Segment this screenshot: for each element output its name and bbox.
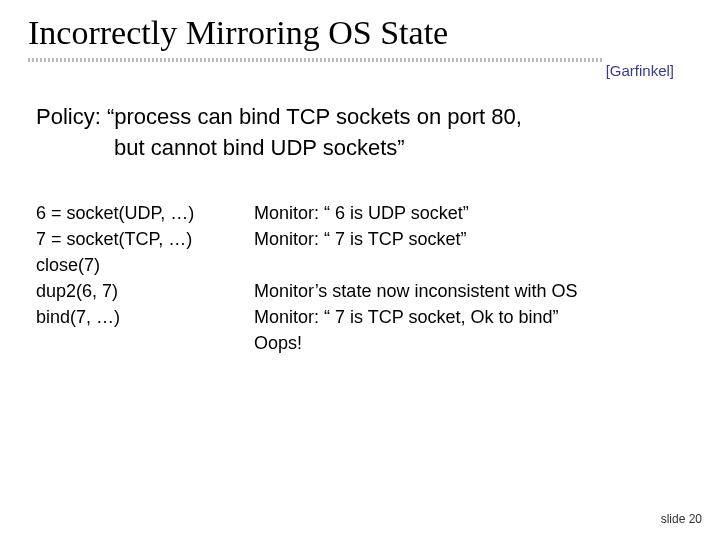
slide-title: Incorrectly Mirroring OS State — [28, 14, 448, 51]
code-line: 6 = socket(UDP, …) — [36, 200, 254, 226]
slide-number: slide 20 — [661, 512, 702, 526]
code-columns: 6 = socket(UDP, …) 7 = socket(TCP, …) cl… — [36, 200, 684, 357]
monitor-line: Oops! — [254, 330, 684, 356]
slide: Incorrectly Mirroring OS State [Garfinke… — [0, 0, 720, 540]
title-rule — [28, 58, 604, 62]
monitor-line: Monitor: “ 6 is UDP socket” — [254, 200, 684, 226]
code-column: 6 = socket(UDP, …) 7 = socket(TCP, …) cl… — [36, 200, 254, 357]
citation: [Garfinkel] — [606, 62, 674, 79]
policy-text: Policy: “process can bind TCP sockets on… — [36, 102, 522, 164]
policy-line-2: but cannot bind UDP sockets” — [36, 133, 522, 164]
code-line: dup2(6, 7) — [36, 278, 254, 304]
blank-line — [254, 252, 684, 278]
monitor-line: Monitor: “ 7 is TCP socket, Ok to bind” — [254, 304, 684, 330]
code-line: close(7) — [36, 252, 254, 278]
monitor-line: Monitor’s state now inconsistent with OS — [254, 278, 684, 304]
code-line: bind(7, …) — [36, 304, 254, 330]
monitor-column: Monitor: “ 6 is UDP socket” Monitor: “ 7… — [254, 200, 684, 357]
code-line: 7 = socket(TCP, …) — [36, 226, 254, 252]
monitor-line: Monitor: “ 7 is TCP socket” — [254, 226, 684, 252]
policy-line-1: Policy: “process can bind TCP sockets on… — [36, 104, 522, 129]
